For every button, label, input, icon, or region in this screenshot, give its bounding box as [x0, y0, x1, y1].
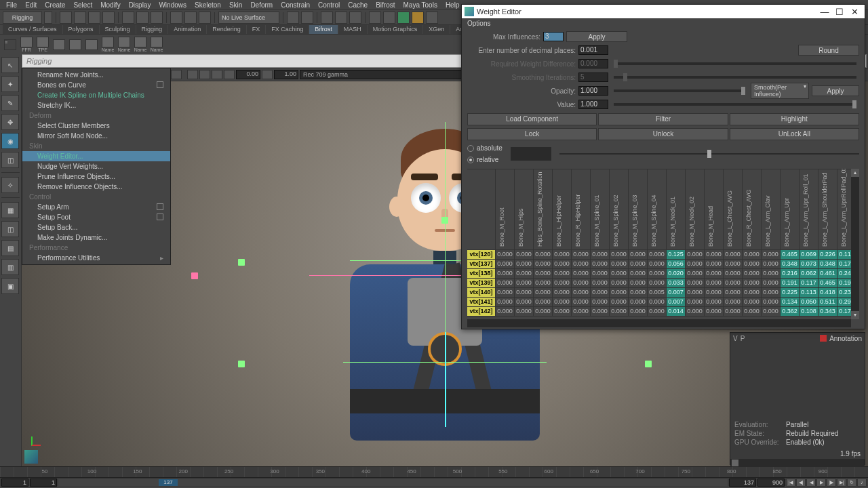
weight-cell[interactable]: 0.000 — [591, 298, 610, 307]
weight-cell[interactable]: 0.000 — [591, 260, 610, 269]
move-tool-icon[interactable]: ✥ — [1, 114, 19, 130]
weight-cell[interactable]: 0.062 — [800, 269, 818, 279]
menu-item[interactable]: Remove Influence Objects... — [22, 182, 170, 192]
weight-cell[interactable]: 0.000 — [686, 250, 705, 260]
layout-icon[interactable]: ▣ — [1, 278, 19, 294]
vtx-cell[interactable]: vtx[139] — [467, 279, 496, 288]
rig-node[interactable] — [238, 259, 245, 266]
filter-button[interactable]: Filter — [598, 113, 728, 125]
menu-item[interactable]: Prune Influence Objects... — [22, 171, 170, 182]
weight-cell[interactable]: 0.000 — [572, 250, 591, 260]
viewport-icon[interactable] — [171, 70, 182, 79]
viewport-icon[interactable] — [212, 70, 222, 79]
hud-scrollbar[interactable] — [730, 459, 865, 467]
weight-cell[interactable]: 0.000 — [743, 279, 762, 288]
weight-cell[interactable]: 0.000 — [762, 288, 781, 298]
shelf-tab[interactable]: Bifrost — [309, 25, 338, 34]
goto-end-button[interactable]: ▶| — [837, 479, 846, 487]
weight-cell[interactable]: 0.226 — [818, 250, 837, 260]
weight-cell[interactable]: 0.000 — [515, 250, 534, 260]
vtx-cell[interactable]: vtx[137] — [467, 260, 496, 269]
shelf-tab[interactable]: Rendering — [207, 25, 246, 34]
close-button[interactable]: ✕ — [847, 7, 862, 17]
weight-cell[interactable]: 0.000 — [496, 279, 515, 288]
toolbar-icon[interactable] — [335, 12, 347, 24]
weight-cell[interactable]: 0.000 — [705, 260, 724, 269]
option-box-icon[interactable] — [157, 81, 163, 88]
weight-cell[interactable]: 0.000 — [762, 307, 781, 317]
weight-cell[interactable]: 0.000 — [686, 269, 705, 279]
weight-cell[interactable]: 0.000 — [515, 279, 534, 288]
weight-cell[interactable]: 0.000 — [534, 298, 553, 307]
menu-windows[interactable]: Windows — [155, 1, 190, 9]
shelf-tab[interactable]: FX — [247, 25, 266, 34]
play-fwd-button[interactable]: ▶ — [816, 479, 826, 487]
select-tool-icon[interactable]: ↖ — [1, 57, 19, 73]
bone-header[interactable]: Bone_M_Spine_01 — [591, 169, 610, 250]
menu-file[interactable]: File — [3, 1, 20, 9]
menu-select[interactable]: Select — [70, 1, 96, 9]
weight-cell[interactable]: 0.000 — [496, 269, 515, 279]
weight-cell[interactable]: 0.000 — [553, 260, 572, 269]
weight-cell[interactable]: 0.000 — [705, 269, 724, 279]
weight-cell[interactable]: 0.000 — [610, 279, 629, 288]
weight-cell[interactable]: 0.108 — [800, 307, 818, 317]
menu-item[interactable]: Bones on Curve — [22, 80, 170, 90]
scale-tool-icon[interactable]: ◫ — [1, 152, 19, 168]
step-fwd-button[interactable]: |▶ — [827, 479, 836, 487]
weight-cell[interactable]: 0.000 — [515, 260, 534, 269]
weight-cell[interactable]: 0.000 — [591, 288, 610, 298]
option-box-icon[interactable] — [157, 203, 163, 210]
weight-cell[interactable]: 0.000 — [686, 307, 705, 317]
vtx-cell[interactable]: vtx[142] — [467, 307, 496, 317]
shelf-tab[interactable]: FX Caching — [266, 25, 309, 34]
weight-cell[interactable]: 0.000 — [572, 279, 591, 288]
audio-button[interactable]: ♪ — [857, 479, 867, 487]
time-slider[interactable]: 5010015020025030035040045050055060065070… — [0, 466, 868, 477]
weight-cell[interactable]: 0.000 — [496, 260, 515, 269]
round-button[interactable]: Round — [798, 45, 859, 56]
weight-cell[interactable]: 0.005 — [648, 288, 667, 298]
menu-skin[interactable]: Skin — [226, 1, 245, 9]
weight-cell[interactable]: 0.000 — [705, 288, 724, 298]
weight-cell[interactable]: 0.000 — [572, 288, 591, 298]
weight-cell[interactable]: 0.000 — [629, 298, 648, 307]
weight-cell[interactable]: 0.000 — [686, 260, 705, 269]
weight-cell[interactable]: 0.000 — [724, 279, 743, 288]
weight-cell[interactable]: 0.000 — [553, 269, 572, 279]
viewport-field1[interactable]: 0.00 — [236, 70, 260, 79]
range-start1[interactable]: 1 — [1, 479, 28, 487]
menu-item[interactable]: Create IK Spline on Multiple Chains — [22, 90, 170, 100]
weight-cell[interactable]: 0.000 — [762, 279, 781, 288]
rig-node[interactable] — [645, 361, 652, 367]
highlight-button[interactable]: Highlight — [730, 113, 859, 125]
shelf-item[interactable]: Name — [100, 37, 115, 52]
toolbar-icon[interactable] — [151, 12, 163, 24]
weight-cell[interactable]: 0.033 — [667, 279, 686, 288]
weight-cell[interactable]: 0.000 — [629, 269, 648, 279]
weight-cell[interactable]: 0.000 — [762, 260, 781, 269]
weight-cell[interactable]: 0.000 — [496, 250, 515, 260]
toolbar-icon[interactable] — [383, 12, 395, 24]
menu-item[interactable]: Setup Foot — [22, 212, 170, 222]
menu-item[interactable]: Stretchy IK... — [22, 100, 170, 110]
scrollbar-h[interactable] — [467, 319, 851, 327]
weight-cell[interactable]: 0.125 — [667, 250, 686, 260]
value-input[interactable]: 1.000 — [578, 100, 608, 109]
layout-icon[interactable]: ▥ — [1, 259, 19, 275]
weight-cell[interactable]: 0.000 — [686, 279, 705, 288]
step-back-button[interactable]: ◀| — [796, 479, 806, 487]
shelf-item[interactable]: FFR — [19, 37, 34, 52]
menu-modify[interactable]: Modify — [97, 1, 123, 9]
menu-item[interactable]: Setup Arm — [22, 202, 170, 212]
shelf-tab[interactable]: Curves / Surfaces — [3, 25, 62, 34]
menu-item[interactable]: Setup Back... — [22, 222, 170, 232]
weight-cell[interactable]: 0.000 — [629, 279, 648, 288]
layout-icon[interactable]: ▦ — [1, 202, 19, 218]
menu-display[interactable]: Display — [125, 1, 155, 9]
unlock-button[interactable]: Unlock — [598, 128, 728, 140]
paint-tool-icon[interactable]: ✎ — [1, 95, 19, 111]
weight-cell[interactable]: 0.000 — [534, 250, 553, 260]
shelf-tab[interactable]: Animation — [168, 25, 206, 34]
weight-cell[interactable]: 0.000 — [496, 307, 515, 317]
